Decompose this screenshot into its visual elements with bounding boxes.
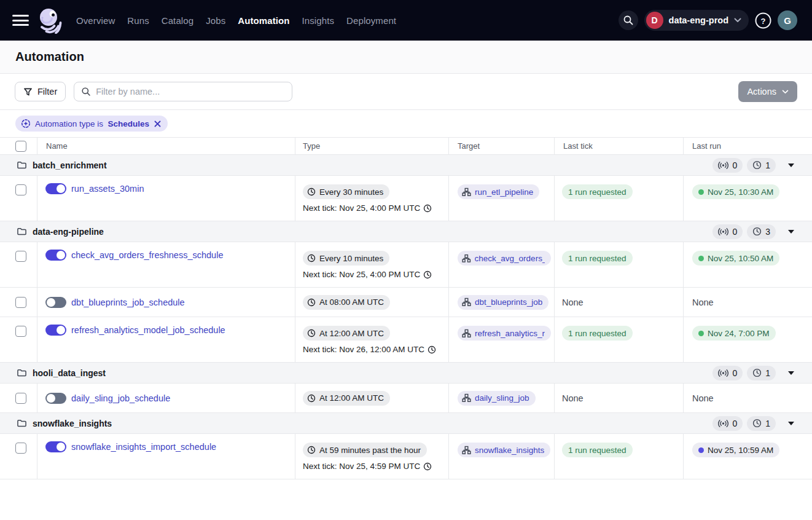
sensor-icon	[718, 161, 728, 170]
folder-icon	[17, 419, 27, 428]
sensor-count-pill[interactable]: 0	[712, 158, 743, 173]
job-icon	[462, 297, 471, 307]
schedule-type-tag[interactable]: At 12:00 AM UTC	[303, 391, 390, 406]
target-tag[interactable]: run_etl_pipeline	[458, 184, 539, 199]
schedule-toggle[interactable]	[45, 297, 66, 308]
help-icon[interactable]: ?	[755, 12, 771, 29]
schedule-type-tag[interactable]: Every 10 minutes	[303, 251, 389, 266]
dagster-logo[interactable]	[37, 7, 64, 34]
schedule-count-pill[interactable]: 3	[747, 224, 776, 239]
row-checkbox[interactable]	[15, 393, 26, 404]
target-tag[interactable]: dbt_blueprints_job	[458, 295, 548, 310]
filter-chip-automation-type[interactable]: Automation type is Schedules	[15, 116, 168, 132]
sensor-count-pill[interactable]: 0	[712, 416, 743, 431]
automation-name-link[interactable]: run_assets_30min	[71, 183, 144, 194]
nav-item-deployment[interactable]: Deployment	[340, 15, 402, 26]
automation-row: refresh_analytics_model_job_scheduleAt 1…	[0, 317, 812, 363]
schedule-toggle[interactable]	[45, 183, 66, 194]
nav-item-catalog[interactable]: Catalog	[155, 15, 200, 26]
automation-row: daily_sling_job_scheduleAt 12:00 AM UTCd…	[0, 384, 812, 413]
schedule-toggle[interactable]	[45, 250, 66, 261]
nav-item-insights[interactable]: Insights	[296, 15, 341, 26]
schedule-count-pill[interactable]: 1	[747, 366, 776, 380]
last-run-tag[interactable]: Nov 25, 10:50 AM	[692, 251, 779, 266]
user-avatar[interactable]: G	[778, 10, 797, 30]
row-checkbox[interactable]	[15, 251, 26, 262]
nav-item-overview[interactable]: Overview	[70, 15, 121, 26]
deployment-avatar: D	[646, 12, 663, 29]
automation-name-link[interactable]: dbt_blueprints_job_schedule	[71, 297, 185, 308]
schedule-count-pill[interactable]: 1	[747, 158, 776, 173]
last-tick-tag[interactable]: 1 run requested	[562, 184, 633, 199]
target-tag[interactable]: snowflake_insights	[458, 443, 550, 457]
target-tag[interactable]: check_avg_orders_	[458, 251, 551, 266]
sensor-count-pill[interactable]: 0	[712, 366, 743, 380]
last-tick-tag[interactable]: 1 run requested	[562, 251, 633, 266]
deployment-switcher[interactable]: D data-eng-prod	[644, 10, 749, 31]
last-run-tag[interactable]: Nov 25, 10:59 AM	[692, 443, 779, 457]
schedule-type-tag[interactable]: At 12:00 AM UTC	[303, 326, 390, 341]
group-row: data-eng-pipeline03	[0, 221, 812, 242]
schedule-type-tag[interactable]: At 59 minutes past the hour	[303, 443, 427, 457]
automation-name-link[interactable]: snowflake_insights_import_schedule	[71, 441, 216, 452]
toolbar: Filter Actions	[0, 74, 812, 110]
target-tag[interactable]: refresh_analytics_r	[458, 326, 551, 341]
automation-name-link[interactable]: daily_sling_job_schedule	[71, 393, 170, 404]
group-expander-caret[interactable]	[787, 162, 795, 168]
schedule-count-pill[interactable]: 1	[747, 416, 776, 431]
row-checkbox[interactable]	[15, 297, 26, 308]
column-header-target: Target	[449, 138, 555, 154]
active-filters-row: Automation type is Schedules	[0, 110, 812, 137]
column-header-last-tick: Last tick	[555, 138, 684, 154]
table-body: batch_enrichment01run_assets_30minEvery …	[0, 155, 812, 479]
last-tick-tag[interactable]: 1 run requested	[562, 326, 633, 341]
schedule-toggle[interactable]	[45, 441, 66, 452]
last-tick-none: None	[562, 297, 584, 307]
last-run-tag[interactable]: Nov 24, 7:00 PM	[692, 326, 776, 341]
select-all-checkbox[interactable]	[15, 141, 26, 152]
group-name: hooli_data_ingest	[33, 368, 106, 378]
automation-row: check_avg_orders_freshness_schduleEvery …	[0, 242, 812, 288]
row-checkbox[interactable]	[15, 326, 26, 337]
row-checkbox[interactable]	[15, 443, 26, 454]
last-tick-tag[interactable]: 1 run requested	[562, 443, 633, 457]
name-filter-box	[74, 82, 292, 101]
target-tag[interactable]: daily_sling_job	[458, 391, 536, 406]
last-tick-none: None	[562, 393, 584, 403]
nav-item-runs[interactable]: Runs	[121, 15, 155, 26]
filter-button[interactable]: Filter	[15, 82, 66, 101]
group-name: data-eng-pipeline	[33, 227, 104, 237]
chevron-down-icon	[734, 18, 741, 23]
job-icon	[462, 254, 471, 263]
nav-item-automation[interactable]: Automation	[232, 15, 295, 26]
automation-row: snowflake_insights_import_scheduleAt 59 …	[0, 434, 812, 479]
automation-name-link[interactable]: refresh_analytics_model_job_schedule	[71, 325, 225, 336]
automation-name-link[interactable]: check_avg_orders_freshness_schdule	[71, 250, 223, 261]
top-nav: OverviewRunsCatalogJobsAutomationInsight…	[0, 0, 812, 41]
job-icon	[462, 187, 471, 197]
clock-icon	[752, 227, 762, 236]
group-counters: 03	[712, 224, 795, 239]
job-icon	[462, 393, 471, 403]
primary-nav: OverviewRunsCatalogJobsAutomationInsight…	[70, 15, 402, 26]
search-icon[interactable]	[619, 10, 638, 30]
sensor-count-pill[interactable]: 0	[712, 224, 743, 239]
nav-item-jobs[interactable]: Jobs	[200, 15, 232, 26]
last-run-tag[interactable]: Nov 25, 10:30 AM	[692, 184, 779, 199]
menu-hamburger-icon[interactable]	[12, 15, 29, 26]
column-header-type: Type	[295, 138, 449, 154]
schedule-toggle[interactable]	[45, 393, 66, 404]
next-tick-text: Next tick: Nov 25, 4:00 PM UTC	[303, 270, 432, 279]
group-expander-caret[interactable]	[787, 229, 795, 235]
name-filter-input[interactable]	[96, 87, 285, 97]
close-icon[interactable]	[154, 120, 162, 128]
group-expander-caret[interactable]	[787, 420, 795, 427]
row-checkbox[interactable]	[15, 184, 26, 195]
column-header-last-run: Last run	[684, 138, 812, 154]
schedule-type-tag[interactable]: At 08:00 AM UTC	[303, 295, 390, 310]
automation-row: dbt_blueprints_job_scheduleAt 08:00 AM U…	[0, 288, 812, 317]
actions-button[interactable]: Actions	[738, 81, 797, 102]
schedule-type-tag[interactable]: Every 30 minutes	[303, 184, 389, 199]
group-expander-caret[interactable]	[787, 370, 795, 376]
schedule-toggle[interactable]	[45, 325, 66, 336]
